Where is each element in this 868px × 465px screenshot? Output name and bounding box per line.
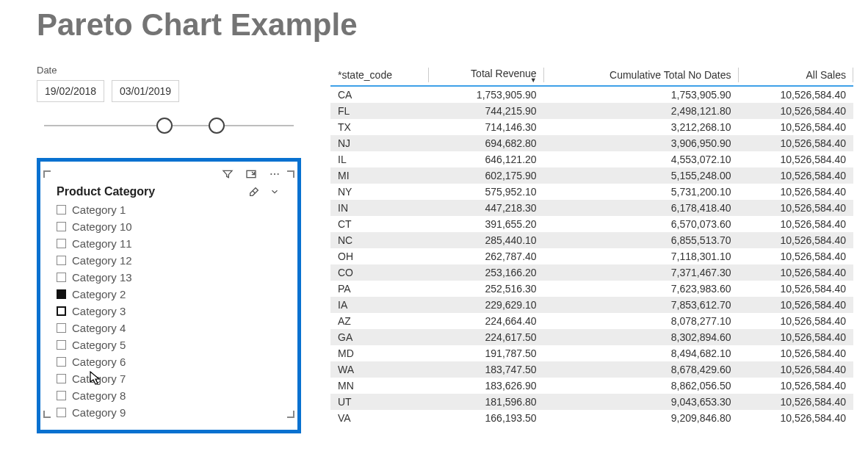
focus-corner [43, 408, 54, 418]
revenue-table[interactable]: *state_code Total Revenue ▼ Cumulative T… [330, 65, 853, 426]
focus-corner [43, 170, 54, 181]
cell-revenue: 181,596.80 [429, 394, 543, 410]
cell-state: NY [330, 184, 429, 200]
cell-all: 10,526,584.40 [739, 232, 853, 248]
slicer-item[interactable]: Category 6 [57, 353, 284, 370]
slicer-item[interactable]: Category 8 [57, 387, 284, 404]
slicer-item[interactable]: Category 4 [57, 320, 284, 336]
col-all-label: All Sales [806, 69, 846, 81]
chevron-down-icon[interactable] [268, 185, 281, 198]
cell-cumulative: 3,906,950.90 [544, 135, 739, 151]
slicer-item-label: Category 4 [72, 321, 126, 336]
table-row[interactable]: IL646,121.204,553,072.1010,526,584.40 [330, 151, 853, 167]
table-row[interactable]: NC285,440.106,855,513.7010,526,584.40 [330, 232, 853, 248]
checkbox[interactable] [57, 273, 66, 282]
date-start-input[interactable]: 19/02/2018 [37, 80, 104, 102]
cell-state: MD [330, 345, 429, 361]
cell-revenue: 694,682.80 [429, 135, 543, 151]
cell-cumulative: 3,212,268.10 [544, 119, 739, 135]
table-row[interactable]: TX714,146.303,212,268.1010,526,584.40 [330, 119, 853, 135]
checkbox[interactable] [57, 323, 66, 333]
col-cumulative-label: Cumulative Total No Dates [610, 69, 731, 81]
cell-cumulative: 8,494,682.10 [544, 345, 739, 361]
table-row[interactable]: NJ694,682.803,906,950.9010,526,584.40 [330, 135, 853, 151]
col-cumulative[interactable]: Cumulative Total No Dates [544, 65, 739, 86]
cell-all: 10,526,584.40 [739, 200, 853, 216]
table-row[interactable]: CO253,166.207,371,467.3010,526,584.40 [330, 264, 853, 281]
table-row[interactable]: CA1,753,905.901,753,905.9010,526,584.40 [330, 86, 853, 103]
slicer-item[interactable]: Category 9 [57, 404, 284, 421]
date-slider[interactable] [44, 115, 294, 136]
checkbox[interactable] [57, 357, 66, 367]
slicer-item-label: Category 3 [72, 304, 126, 319]
slider-handle-start[interactable] [156, 118, 173, 134]
checkbox[interactable] [57, 306, 66, 316]
checkbox[interactable] [57, 222, 66, 231]
slicer-item[interactable]: Category 3 [57, 303, 284, 320]
slicer-item[interactable]: Category 1 [57, 201, 284, 218]
cell-revenue: 229,629.10 [429, 297, 543, 313]
focus-corner [284, 170, 294, 181]
slicer-item[interactable]: Category 12 [57, 252, 284, 269]
checkbox[interactable] [57, 239, 66, 248]
category-slicer[interactable]: Product Category Category 1Category 10Ca… [37, 158, 301, 433]
table-row[interactable]: MN183,626.908,862,056.5010,526,584.40 [330, 378, 853, 394]
table-row[interactable]: MI602,175.905,155,248.0010,526,584.40 [330, 167, 853, 184]
checkbox[interactable] [57, 289, 66, 299]
filter-icon[interactable] [221, 167, 234, 181]
cell-state: OH [330, 248, 429, 264]
cell-all: 10,526,584.40 [739, 119, 853, 135]
cell-all: 10,526,584.40 [739, 248, 853, 264]
table-row[interactable]: FL744,215.902,498,121.8010,526,584.40 [330, 103, 853, 119]
table-row[interactable]: VA166,193.509,209,846.8010,526,584.40 [330, 410, 853, 426]
table-row[interactable]: UT181,596.809,043,653.3010,526,584.40 [330, 394, 853, 410]
table-row[interactable]: GA224,617.508,302,894.6010,526,584.40 [330, 329, 853, 345]
col-all[interactable]: All Sales [739, 65, 853, 86]
cell-revenue: 166,193.50 [429, 410, 543, 426]
svg-point-2 [274, 173, 275, 175]
col-state[interactable]: *state_code [330, 65, 429, 86]
table-row[interactable]: CT391,655.206,570,073.6010,526,584.40 [330, 216, 853, 232]
focus-corner [284, 408, 294, 418]
slicer-item-label: Category 2 [72, 287, 126, 302]
col-state-label: state_code [341, 69, 392, 81]
cell-revenue: 262,787.40 [429, 248, 543, 264]
slicer-item-label: Category 13 [72, 270, 132, 285]
slider-handle-end[interactable] [209, 118, 225, 134]
checkbox[interactable] [57, 408, 66, 417]
table-row[interactable]: OH262,787.407,118,301.1010,526,584.40 [330, 248, 853, 264]
checkbox[interactable] [57, 205, 66, 215]
table-row[interactable]: WA183,747.508,678,429.6010,526,584.40 [330, 361, 853, 378]
table-row[interactable]: IA229,629.107,853,612.7010,526,584.40 [330, 297, 853, 313]
cell-cumulative: 8,678,429.60 [544, 361, 739, 378]
date-end-input[interactable]: 03/01/2019 [112, 80, 179, 102]
cell-revenue: 224,617.50 [429, 329, 543, 345]
table-row[interactable]: PA252,516.307,623,983.6010,526,584.40 [330, 281, 853, 297]
cell-cumulative: 6,855,513.70 [544, 232, 739, 248]
cell-revenue: 646,121.20 [429, 151, 543, 167]
slicer-item[interactable]: Category 10 [57, 218, 284, 235]
table-row[interactable]: IN447,218.306,178,418.4010,526,584.40 [330, 200, 853, 216]
col-revenue[interactable]: Total Revenue ▼ [429, 65, 543, 86]
checkbox[interactable] [57, 374, 66, 383]
cell-cumulative: 4,553,072.10 [544, 151, 739, 167]
checkbox[interactable] [57, 340, 66, 350]
slicer-item[interactable]: Category 7 [57, 370, 284, 387]
eraser-icon[interactable] [247, 185, 261, 198]
slicer-item[interactable]: Category 5 [57, 336, 284, 353]
slicer-item[interactable]: Category 13 [57, 269, 284, 286]
slicer-item[interactable]: Category 11 [57, 235, 284, 252]
checkbox[interactable] [57, 256, 66, 265]
cell-revenue: 575,952.10 [429, 184, 543, 200]
cell-state: IL [330, 151, 429, 167]
checkbox[interactable] [57, 391, 66, 400]
cell-revenue: 714,146.30 [429, 119, 543, 135]
table-row[interactable]: MD191,787.508,494,682.1010,526,584.40 [330, 345, 853, 361]
table-row[interactable]: NY575,952.105,731,200.1010,526,584.40 [330, 184, 853, 200]
table-row[interactable]: AZ224,664.408,078,277.1010,526,584.40 [330, 313, 853, 329]
focus-mode-icon[interactable] [245, 167, 258, 181]
cell-cumulative: 7,371,467.30 [544, 264, 739, 281]
slicer-item[interactable]: Category 2 [57, 286, 284, 303]
cell-revenue: 602,175.90 [429, 167, 543, 184]
more-options-icon[interactable] [268, 167, 281, 181]
